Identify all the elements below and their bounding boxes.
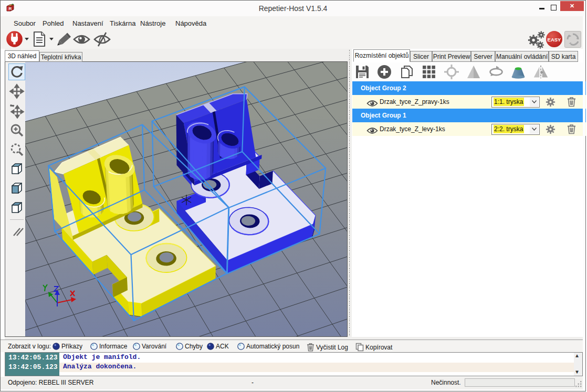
svg-text:EASY: EASY [548,37,562,43]
